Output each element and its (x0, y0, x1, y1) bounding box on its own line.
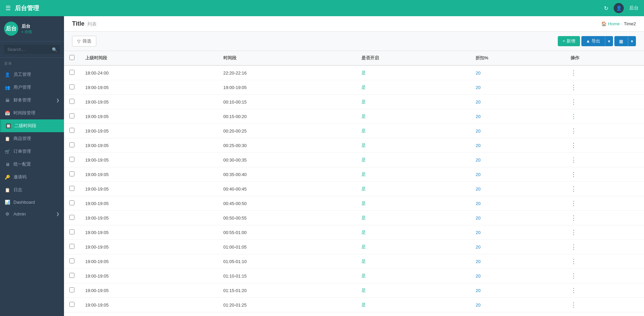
row-discount[interactable]: 20 (470, 95, 565, 109)
sidebar-item-admin[interactable]: ⚙ Admin ❯ (0, 208, 64, 220)
row-action[interactable]: ⋮ (565, 196, 644, 211)
row-action[interactable]: ⋮ (565, 211, 644, 225)
sidebar-item-second-timeslot[interactable]: 🔲 二级时间段 (0, 119, 64, 132)
row-checkbox[interactable] (69, 215, 74, 220)
row-checkbox[interactable] (69, 258, 74, 263)
row-action[interactable]: ⋮ (565, 95, 644, 109)
row-action[interactable]: ⋮ (565, 65, 644, 80)
row-discount[interactable]: 20 (470, 269, 565, 283)
sidebar-item-goods[interactable]: 📋 商品管理 (0, 132, 64, 145)
breadcrumb-current: Time2 (624, 21, 636, 26)
row-action[interactable]: ⋮ (565, 240, 644, 254)
row-discount[interactable]: 20 (470, 138, 565, 153)
row-enabled[interactable]: 是 (356, 124, 471, 138)
columns-dropdown-button[interactable]: ▾ (628, 36, 636, 46)
row-checkbox[interactable] (69, 142, 74, 147)
sidebar-item-user[interactable]: 👥 用户管理 (0, 81, 64, 94)
row-discount[interactable]: 20 (470, 182, 565, 196)
row-action[interactable]: ⋮ (565, 225, 644, 240)
row-action[interactable]: ⋮ (565, 167, 644, 182)
sidebar-item-config[interactable]: 🖥 统一配置 (0, 158, 64, 171)
row-discount[interactable]: 20 (470, 109, 565, 124)
export-button[interactable]: ▲ 导出 (581, 36, 605, 46)
export-dropdown-button[interactable]: ▾ (605, 36, 613, 46)
row-enabled[interactable]: 是 (356, 283, 471, 298)
row-discount[interactable]: 20 (470, 211, 565, 225)
row-enabled[interactable]: 是 (356, 95, 471, 109)
row-enabled[interactable]: 是 (356, 153, 471, 167)
new-button[interactable]: + 新增 (558, 36, 580, 46)
row-action[interactable]: ⋮ (565, 312, 644, 316)
row-checkbox[interactable] (69, 99, 74, 104)
select-all-checkbox[interactable] (69, 55, 74, 60)
row-enabled[interactable]: 是 (356, 225, 471, 240)
row-discount[interactable]: 20 (470, 124, 565, 138)
sidebar-item-finance[interactable]: 🏛 财务管理 ❯ (0, 94, 64, 107)
row-action[interactable]: ⋮ (565, 124, 644, 138)
row-checkbox[interactable] (69, 171, 74, 176)
row-checkbox[interactable] (69, 244, 74, 249)
row-action[interactable]: ⋮ (565, 298, 644, 312)
row-discount[interactable]: 20 (470, 65, 565, 80)
sidebar-item-order[interactable]: 🛒 订单管理 (0, 145, 64, 158)
row-enabled[interactable]: 是 (356, 211, 471, 225)
row-discount[interactable]: 20 (470, 167, 565, 182)
row-enabled[interactable]: 是 (356, 65, 471, 80)
row-action[interactable]: ⋮ (565, 254, 644, 269)
row-enabled[interactable]: 是 (356, 254, 471, 269)
row-checkbox-cell (64, 138, 80, 153)
hamburger-icon[interactable]: ☰ (5, 4, 11, 12)
sidebar-item-timeslot[interactable]: 📅 时间段管理 (0, 107, 64, 119)
sidebar-item-employee-label: 员工管理 (13, 71, 31, 78)
row-discount[interactable]: 20 (470, 283, 565, 298)
row-action[interactable]: ⋮ (565, 80, 644, 95)
row-checkbox[interactable] (69, 128, 74, 133)
row-checkbox[interactable] (69, 302, 74, 307)
sidebar-item-employee[interactable]: 👤 员工管理 (0, 68, 64, 81)
row-checkbox[interactable] (69, 186, 74, 191)
sidebar-item-invite[interactable]: 🔑 邀请码 (0, 171, 64, 183)
row-action[interactable]: ⋮ (565, 109, 644, 124)
avatar: 后台 (4, 22, 18, 36)
row-checkbox[interactable] (69, 157, 74, 162)
row-discount[interactable]: 20 (470, 298, 565, 312)
row-checkbox[interactable] (69, 70, 74, 75)
row-discount[interactable]: 20 (470, 153, 565, 167)
row-checkbox[interactable] (69, 200, 74, 205)
row-discount[interactable]: 20 (470, 240, 565, 254)
row-action[interactable]: ⋮ (565, 153, 644, 167)
row-enabled[interactable]: 是 (356, 138, 471, 153)
export-button-group: ▲ 导出 ▾ (581, 36, 613, 46)
row-enabled[interactable]: 是 (356, 196, 471, 211)
sidebar-item-dashboard[interactable]: 📊 Dashboard (0, 196, 64, 208)
row-enabled[interactable]: 是 (356, 298, 471, 312)
row-enabled[interactable]: 是 (356, 312, 471, 316)
row-discount[interactable]: 20 (470, 80, 565, 95)
columns-button[interactable]: ▦ (614, 36, 628, 46)
row-discount[interactable]: 20 (470, 225, 565, 240)
row-action[interactable]: ⋮ (565, 182, 644, 196)
row-checkbox[interactable] (69, 229, 74, 234)
row-action[interactable]: ⋮ (565, 138, 644, 153)
row-enabled[interactable]: 是 (356, 182, 471, 196)
row-checkbox[interactable] (69, 287, 74, 292)
row-enabled[interactable]: 是 (356, 109, 471, 124)
row-discount[interactable]: 20 (470, 196, 565, 211)
row-discount[interactable]: 20 (470, 312, 565, 316)
row-checkbox[interactable] (69, 273, 74, 278)
row-enabled[interactable]: 是 (356, 167, 471, 182)
row-action[interactable]: ⋮ (565, 283, 644, 298)
filter-button[interactable]: ▽ 筛选 (72, 36, 96, 47)
breadcrumb-home[interactable]: Home (608, 21, 620, 26)
row-enabled[interactable]: 是 (356, 269, 471, 283)
row-enabled[interactable]: 是 (356, 240, 471, 254)
row-checkbox-cell (64, 124, 80, 138)
user-avatar[interactable]: 👤 (614, 3, 624, 13)
refresh-icon[interactable]: ↻ (604, 5, 608, 11)
sidebar-item-log[interactable]: 📋 日志 (0, 183, 64, 196)
row-action[interactable]: ⋮ (565, 269, 644, 283)
row-enabled[interactable]: 是 (356, 80, 471, 95)
row-discount[interactable]: 20 (470, 254, 565, 269)
row-checkbox[interactable] (69, 113, 74, 118)
row-checkbox[interactable] (69, 84, 74, 89)
